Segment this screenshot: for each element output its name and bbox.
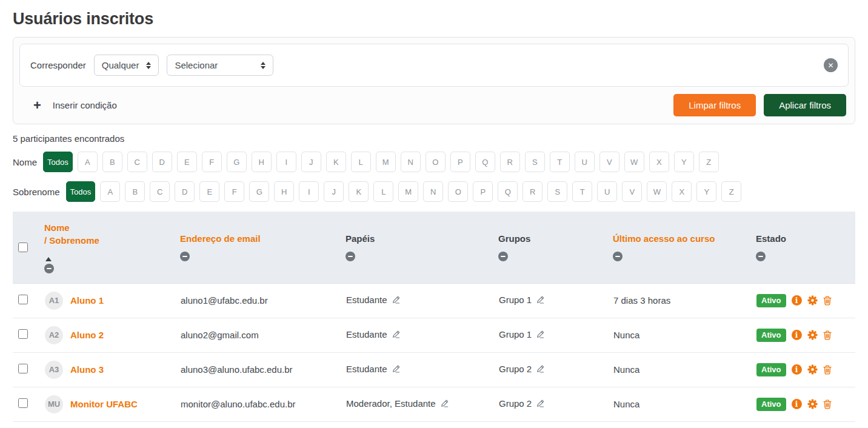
trash-icon[interactable] xyxy=(823,330,832,340)
select-user-checkbox[interactable] xyxy=(18,329,28,339)
firstname-letter-filter[interactable]: F xyxy=(202,152,222,172)
sort-by-firstname-link[interactable]: Nome xyxy=(44,221,180,234)
trash-icon[interactable] xyxy=(823,400,832,409)
surname-letter-filter[interactable]: Z xyxy=(721,181,741,202)
gear-icon[interactable] xyxy=(807,399,818,409)
enrolment-info-icon[interactable]: i xyxy=(792,364,802,375)
match-select[interactable]: Qualquer xyxy=(94,55,159,76)
edit-roles-pencil-icon[interactable] xyxy=(392,296,401,306)
enrolment-info-icon[interactable]: i xyxy=(792,295,802,306)
sort-by-last-access-link[interactable]: Último acesso ao curso xyxy=(613,232,756,245)
hide-column-minus-icon[interactable] xyxy=(756,252,766,261)
surname-letter-filter[interactable]: O xyxy=(448,181,468,202)
select-user-checkbox[interactable] xyxy=(18,364,28,373)
firstname-letter-filter[interactable]: O xyxy=(426,152,446,172)
condition-select[interactable]: Selecionar xyxy=(167,55,273,76)
gear-icon[interactable] xyxy=(807,295,818,306)
firstname-letter-filter[interactable]: A xyxy=(78,152,98,172)
surname-letter-filter[interactable]: J xyxy=(324,181,344,202)
surname-letter-filter[interactable]: K xyxy=(349,181,369,202)
surname-letter-filter[interactable]: Q xyxy=(498,181,518,202)
apply-filters-button[interactable]: Aplicar filtros xyxy=(764,94,846,116)
trash-icon[interactable] xyxy=(823,365,832,375)
firstname-letter-filter[interactable]: I xyxy=(276,152,296,172)
surname-letter-filter[interactable]: W xyxy=(647,181,667,202)
sort-by-email-link[interactable]: Endereço de email xyxy=(180,232,346,245)
firstname-letter-filter[interactable]: G xyxy=(227,152,247,172)
surname-letter-filter[interactable]: E xyxy=(199,181,219,202)
clear-filters-button[interactable]: Limpar filtros xyxy=(673,94,756,116)
firstname-all-button[interactable]: Todos xyxy=(43,152,73,172)
surname-letter-filter[interactable]: F xyxy=(224,181,244,202)
select-user-checkbox[interactable] xyxy=(18,398,28,408)
firstname-letter-filter[interactable]: H xyxy=(252,152,272,172)
gear-icon[interactable] xyxy=(807,364,818,375)
edit-groups-pencil-icon[interactable] xyxy=(536,296,545,306)
firstname-letter-filter[interactable]: Q xyxy=(475,152,495,172)
select-all-checkbox[interactable] xyxy=(18,242,28,252)
edit-groups-pencil-icon[interactable] xyxy=(536,330,545,341)
surname-letter-filter[interactable]: R xyxy=(522,181,542,202)
edit-roles-pencil-icon[interactable] xyxy=(392,330,401,341)
surname-letter-filter[interactable]: C xyxy=(150,181,170,202)
trash-icon[interactable] xyxy=(823,296,832,306)
add-condition-link[interactable]: + Inserir condição xyxy=(33,99,117,112)
hide-column-minus-icon[interactable] xyxy=(44,264,54,273)
surname-letter-filter[interactable]: I xyxy=(299,181,319,202)
select-user-checkbox[interactable] xyxy=(18,295,28,304)
firstname-letter-filter[interactable]: S xyxy=(525,152,545,172)
firstname-letter-filter[interactable]: D xyxy=(152,152,172,172)
surname-letter-filter[interactable]: L xyxy=(373,181,393,202)
firstname-letter-filter[interactable]: J xyxy=(301,152,321,172)
firstname-letter-filter[interactable]: K xyxy=(326,152,346,172)
user-name-link[interactable]: Aluno 1 xyxy=(70,295,104,306)
edit-roles-pencil-icon[interactable] xyxy=(440,400,449,410)
user-name-link[interactable]: Monitor UFABC xyxy=(70,399,138,409)
hide-column-minus-icon[interactable] xyxy=(613,252,623,261)
hide-column-minus-icon[interactable] xyxy=(180,252,190,261)
firstname-letter-filter[interactable]: C xyxy=(127,152,147,172)
sort-by-surname-link[interactable]: / Sobrenome xyxy=(44,234,180,247)
firstname-letter-filter[interactable]: W xyxy=(624,152,644,172)
gear-icon[interactable] xyxy=(807,330,818,340)
firstname-letter-filter[interactable]: T xyxy=(550,152,570,172)
user-name-link[interactable]: Aluno 2 xyxy=(70,330,104,340)
hide-column-minus-icon[interactable] xyxy=(346,252,355,261)
surname-letter-filter[interactable]: B xyxy=(125,181,145,202)
surname-letter-filter[interactable]: T xyxy=(572,181,592,202)
sort-ascending-icon[interactable] xyxy=(45,247,52,261)
firstname-letter-filter[interactable]: R xyxy=(500,152,520,172)
enrolment-info-icon[interactable]: i xyxy=(792,399,802,409)
user-name-link[interactable]: Aluno 3 xyxy=(70,364,104,375)
firstname-letter-filter[interactable]: E xyxy=(177,152,197,172)
surname-letter-filter[interactable]: G xyxy=(249,181,269,202)
edit-roles-pencil-icon[interactable] xyxy=(392,365,401,375)
surname-letter-filter[interactable]: X xyxy=(672,181,692,202)
edit-groups-pencil-icon[interactable] xyxy=(536,365,545,375)
surname-letter-filter[interactable]: Y xyxy=(696,181,716,202)
edit-groups-pencil-icon[interactable] xyxy=(536,400,545,410)
firstname-letter-filter[interactable]: X xyxy=(649,152,669,172)
surname-letter-filter[interactable]: U xyxy=(597,181,617,202)
hide-column-minus-icon[interactable] xyxy=(498,252,508,261)
surname-letter-filter[interactable]: H xyxy=(274,181,294,202)
firstname-letter-filter[interactable]: M xyxy=(376,152,396,172)
firstname-letter-filter[interactable]: V xyxy=(599,152,619,172)
surname-letter-filter[interactable]: M xyxy=(398,181,418,202)
close-icon[interactable]: ✕ xyxy=(824,58,838,72)
firstname-letter-filter[interactable]: Y xyxy=(674,152,694,172)
surname-letter-filter[interactable]: P xyxy=(473,181,493,202)
surname-letter-filter[interactable]: D xyxy=(175,181,195,202)
firstname-letter-filter[interactable]: P xyxy=(450,152,470,172)
surname-letter-filter[interactable]: S xyxy=(547,181,567,202)
surname-all-button[interactable]: Todos xyxy=(66,181,96,202)
firstname-letter-filter[interactable]: U xyxy=(575,152,595,172)
surname-letter-filter[interactable]: V xyxy=(622,181,642,202)
firstname-letter-filter[interactable]: L xyxy=(351,152,371,172)
surname-letter-filter[interactable]: N xyxy=(423,181,443,202)
firstname-letter-filter[interactable]: N xyxy=(401,152,421,172)
surname-letter-filter[interactable]: A xyxy=(100,181,120,202)
firstname-letter-filter[interactable]: B xyxy=(102,152,122,172)
enrolment-info-icon[interactable]: i xyxy=(792,330,802,340)
firstname-letter-filter[interactable]: Z xyxy=(699,152,719,172)
